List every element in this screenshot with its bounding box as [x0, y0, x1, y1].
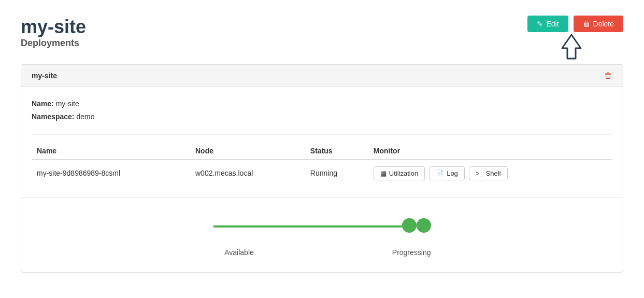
- col-status: Status: [305, 143, 368, 160]
- arrow-up-icon: [561, 34, 582, 60]
- page-title: my-site: [21, 16, 86, 38]
- table-header-row: Name Node Status Monitor: [32, 143, 612, 160]
- delete-icon: 🗑: [583, 20, 590, 28]
- log-button[interactable]: 📄 Log: [429, 166, 465, 180]
- progress-dot-progressing: [417, 218, 431, 233]
- file-icon: 📄: [436, 169, 444, 177]
- page-title-section: my-site Deployments: [21, 16, 86, 59]
- col-node: Node: [190, 143, 305, 160]
- deployment-card-header: my-site 🗑: [21, 65, 623, 87]
- utilization-label: Utilization: [389, 169, 418, 177]
- table-row: my-site-9d8986989-8csml w002.mecas.local…: [32, 160, 612, 187]
- header-actions: ✎ Edit 🗑 Delete: [527, 16, 623, 32]
- deployment-card-body: Name: my-site Namespace: demo Name Node …: [21, 87, 623, 196]
- shell-label: Shell: [486, 169, 501, 177]
- deployment-card-title: my-site: [32, 72, 57, 80]
- pod-status: Running: [305, 160, 368, 187]
- progress-dot-available: [402, 218, 417, 233]
- delete-button[interactable]: 🗑 Delete: [574, 16, 623, 32]
- arrow-up-indicator: [561, 34, 582, 61]
- edit-label: Edit: [546, 20, 559, 28]
- terminal-icon: >_: [476, 169, 483, 177]
- monitor-buttons: ▦ Utilization 📄 Log >_: [374, 166, 607, 180]
- chart-icon: ▦: [380, 169, 387, 177]
- name-row: Name: my-site: [32, 97, 612, 110]
- col-monitor: Monitor: [368, 143, 612, 160]
- name-value: my-site: [56, 100, 79, 108]
- col-name: Name: [32, 143, 190, 160]
- namespace-label: Namespace:: [32, 112, 75, 121]
- page-header: my-site Deployments ✎ Edit 🗑 Delete: [21, 16, 623, 59]
- progress-track: [213, 225, 402, 228]
- delete-label: Delete: [593, 20, 614, 28]
- namespace-value: demo: [76, 112, 94, 121]
- pod-monitor: ▦ Utilization 📄 Log >_: [368, 160, 612, 187]
- pods-table: Name Node Status Monitor my-site-9d89869…: [32, 143, 612, 187]
- svg-marker-0: [562, 35, 581, 59]
- section-title: Deployments: [21, 38, 86, 49]
- pod-node: w002.mecas.local: [190, 160, 305, 187]
- progress-section: Available Progressing: [21, 197, 623, 272]
- progress-track-container: [213, 218, 431, 233]
- edit-button[interactable]: ✎ Edit: [527, 16, 568, 32]
- page-container: my-site Deployments ✎ Edit 🗑 Delete my-s…: [0, 0, 644, 298]
- deployment-delete-icon[interactable]: 🗑: [604, 71, 612, 80]
- pods-table-section: Name Node Status Monitor my-site-9d89869…: [32, 134, 612, 187]
- progress-label-available: Available: [213, 248, 265, 257]
- namespace-row: Namespace: demo: [32, 110, 612, 123]
- name-label: Name:: [32, 100, 54, 108]
- shell-button[interactable]: >_ Shell: [469, 166, 508, 180]
- deployment-card: my-site 🗑 Name: my-site Namespace: demo: [21, 64, 623, 272]
- progress-labels: Available Progressing: [213, 248, 431, 257]
- pod-name: my-site-9d8986989-8csml: [32, 160, 190, 187]
- utilization-button[interactable]: ▦ Utilization: [374, 166, 425, 180]
- progress-label-progressing: Progressing: [379, 248, 431, 257]
- meta-info: Name: my-site Namespace: demo: [32, 97, 612, 123]
- log-label: Log: [447, 169, 458, 177]
- progress-dots: [213, 218, 431, 233]
- edit-icon: ✎: [537, 20, 543, 28]
